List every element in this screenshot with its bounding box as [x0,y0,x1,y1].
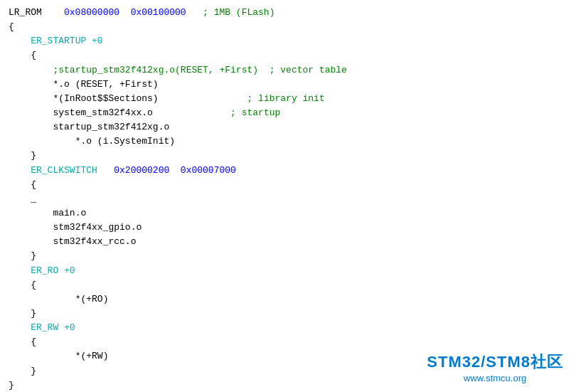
code-line: *(InRoot$$Sections) ; library init [9,92,567,106]
code-line: { [9,278,567,292]
code-line: stm32f4xx_gpio.o [9,221,567,235]
watermark-url: www.stmcu.org [427,373,563,383]
code-line: *.o (i.SystemInit) [9,134,567,149]
code-line: stm32f4xx_rcc.o [9,235,567,249]
code-line: startup_stm32f412xg.o [9,120,567,134]
code-line: { [9,335,567,349]
code-line: LR_ROM 0x08000000 0x00100000 ; 1MB (FLas… [9,6,567,20]
code-line: ER_RW +0 [9,321,567,335]
code-line: ER_STARTUP +0 [9,34,567,48]
code-line: ER_RO +0 [9,264,567,278]
code-line: { [9,48,567,63]
code-line: ;startup_stm32f412xg.o(RESET, +First) ; … [9,63,567,78]
watermark: STM32/STM8社区 www.stmcu.org [427,351,563,383]
code-block: LR_ROM 0x08000000 0x00100000 ; 1MB (FLas… [9,6,567,392]
code-line: _ [9,192,567,206]
code-line: *(+RO) [9,292,567,307]
code-line: *.o (RESET, +First) [9,78,567,92]
code-line: } [9,307,567,321]
code-line: { [9,178,567,192]
code-line: } [9,149,567,163]
code-line: system_stm32f4xx.o ; startup [9,106,567,120]
code-line: } [9,249,567,263]
code-line: main.o [9,206,567,221]
watermark-title: STM32/STM8社区 [427,351,563,373]
code-editor: LR_ROM 0x08000000 0x00100000 ; 1MB (FLas… [0,0,576,392]
code-line: ER_CLKSWITCH 0x20000200 0x00007000 [9,164,567,178]
code-line: { [9,20,567,34]
